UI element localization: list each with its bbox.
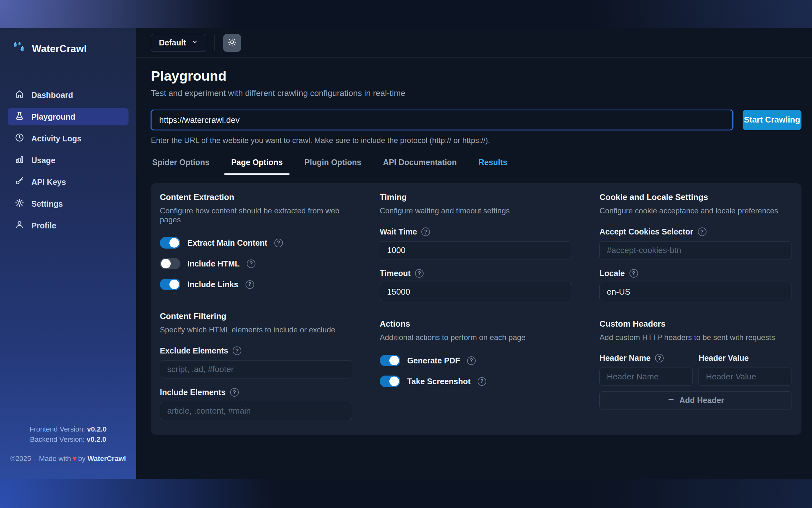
bar-chart-icon bbox=[15, 155, 24, 166]
sidebar-item-label: Settings bbox=[31, 199, 63, 209]
brand-name: WaterCrawl bbox=[32, 43, 87, 55]
sidebar-item-dashboard[interactable]: Dashboard bbox=[8, 86, 129, 103]
background-top-band bbox=[0, 0, 812, 28]
tabs: Spider Options Page Options Plugin Optio… bbox=[151, 158, 802, 174]
sidebar-item-api-keys[interactable]: API Keys bbox=[8, 173, 129, 190]
profile-selector-dropdown[interactable]: Default bbox=[151, 34, 206, 52]
section-subtitle: Configure cookie acceptance and locale p… bbox=[600, 206, 792, 215]
help-icon[interactable]: ? bbox=[655, 354, 664, 363]
toggle-take-screenshot: Take Screenshot ? bbox=[380, 375, 572, 388]
sidebar-item-label: API Keys bbox=[31, 177, 66, 187]
help-icon[interactable]: ? bbox=[698, 227, 707, 236]
sidebar-item-label: Dashboard bbox=[31, 90, 73, 100]
help-icon[interactable]: ? bbox=[274, 239, 283, 247]
section-title-content-filtering: Content Filtering bbox=[160, 311, 352, 321]
sidebar-item-usage[interactable]: Usage bbox=[8, 152, 129, 169]
sidebar-item-profile[interactable]: Profile bbox=[8, 217, 129, 234]
water-drops-logo bbox=[12, 41, 27, 57]
section-subtitle: Add custom HTTP headers to be sent with … bbox=[600, 333, 792, 342]
home-icon bbox=[15, 89, 24, 101]
include-elements-input[interactable] bbox=[160, 402, 352, 420]
section-title-timing: Timing bbox=[380, 192, 572, 202]
wait-time-label: Wait Time ? bbox=[380, 227, 572, 237]
tab-results[interactable]: Results bbox=[477, 158, 509, 174]
section-title-custom-headers: Custom Headers bbox=[600, 319, 792, 329]
toggle-include-html: Include HTML ? bbox=[160, 257, 352, 270]
help-icon[interactable]: ? bbox=[233, 346, 241, 355]
section-subtitle: Configure how content should be extracte… bbox=[160, 206, 352, 224]
frontend-version: Frontend Version: v0.2.0 bbox=[6, 424, 130, 434]
help-icon[interactable]: ? bbox=[467, 356, 476, 365]
theme-toggle-button[interactable] bbox=[223, 34, 241, 52]
help-icon[interactable]: ? bbox=[245, 280, 254, 289]
add-header-button[interactable]: Add Header bbox=[600, 391, 792, 410]
exclude-elements-input[interactable] bbox=[160, 360, 352, 378]
help-icon[interactable]: ? bbox=[478, 377, 486, 386]
toggle-switch[interactable] bbox=[160, 279, 180, 290]
timeout-input[interactable] bbox=[380, 283, 572, 301]
clock-icon bbox=[15, 133, 24, 144]
tab-plugin-options[interactable]: Plugin Options bbox=[303, 158, 363, 174]
toggle-include-links: Include Links ? bbox=[160, 278, 352, 291]
column-content: Content Extraction Configure how content… bbox=[160, 192, 352, 420]
backend-version: Backend Version: v0.2.0 bbox=[6, 434, 130, 444]
help-icon[interactable]: ? bbox=[421, 227, 430, 236]
url-row: Start Crawling bbox=[151, 110, 802, 130]
toggle-generate-pdf: Generate PDF ? bbox=[380, 354, 572, 367]
toggle-switch[interactable] bbox=[160, 237, 180, 249]
tab-api-documentation[interactable]: API Documentation bbox=[382, 158, 458, 174]
content: Playground Test and experiment with diff… bbox=[136, 57, 812, 435]
help-icon[interactable]: ? bbox=[247, 259, 255, 268]
sidebar-item-label: Usage bbox=[31, 156, 55, 165]
include-elements-label: Include Elements ? bbox=[160, 388, 352, 397]
sun-icon bbox=[228, 38, 237, 48]
sidebar-item-label: Activity Logs bbox=[31, 134, 82, 143]
section-title-actions: Actions bbox=[380, 319, 572, 329]
section-subtitle: Configure waiting and timeout settings bbox=[380, 206, 572, 215]
header-name-input[interactable] bbox=[600, 368, 693, 386]
url-input[interactable] bbox=[151, 110, 733, 130]
copyright: ©2025 – Made with♥by WaterCrawl bbox=[6, 453, 130, 464]
toggle-switch[interactable] bbox=[380, 376, 400, 387]
topbar-divider bbox=[214, 35, 215, 51]
section-title-content-extraction: Content Extraction bbox=[160, 192, 352, 202]
toggle-switch[interactable] bbox=[160, 258, 180, 269]
section-title-cookie-locale: Cookie and Locale Settings bbox=[600, 192, 792, 202]
app-window: WaterCrawl Dashboard Playground bbox=[0, 28, 812, 479]
person-icon bbox=[15, 220, 24, 231]
sidebar: WaterCrawl Dashboard Playground bbox=[0, 28, 136, 479]
help-icon[interactable]: ? bbox=[629, 269, 638, 278]
wait-time-input[interactable] bbox=[380, 241, 572, 259]
viewport: WaterCrawl Dashboard Playground bbox=[0, 0, 812, 508]
accept-cookies-selector-input[interactable] bbox=[600, 241, 792, 259]
sidebar-item-settings[interactable]: Settings bbox=[8, 195, 129, 212]
header-value-input[interactable] bbox=[699, 368, 792, 386]
url-help-text: Enter the URL of the website you want to… bbox=[151, 136, 802, 145]
page-options-panel: Content Extraction Configure how content… bbox=[151, 183, 802, 435]
sidebar-item-playground[interactable]: Playground bbox=[8, 108, 129, 125]
locale-input[interactable] bbox=[600, 283, 792, 301]
sidebar-footer: Frontend Version: v0.2.0 Backend Version… bbox=[0, 424, 136, 479]
actions-toggles: Generate PDF ? Take Screenshot ? bbox=[380, 354, 572, 388]
tab-spider-options[interactable]: Spider Options bbox=[151, 158, 211, 174]
toggle-switch[interactable] bbox=[380, 355, 400, 366]
page-title: Playground bbox=[151, 68, 802, 84]
help-icon[interactable]: ? bbox=[415, 269, 424, 278]
toggle-extract-main-content: Extract Main Content ? bbox=[160, 237, 352, 249]
column-timing: Timing Configure waiting and timeout set… bbox=[380, 192, 572, 420]
background-bottom-band bbox=[0, 479, 812, 508]
header-value-label: Header Value bbox=[699, 353, 792, 363]
header-name-label: Header Name ? bbox=[600, 353, 693, 363]
sidebar-item-activity-logs[interactable]: Activity Logs bbox=[8, 130, 129, 147]
plus-icon bbox=[667, 396, 675, 405]
exclude-elements-label: Exclude Elements ? bbox=[160, 346, 352, 355]
key-icon bbox=[15, 176, 24, 188]
page-subtitle: Test and experiment with different crawl… bbox=[151, 88, 802, 98]
start-crawling-button[interactable]: Start Crawling bbox=[743, 110, 802, 130]
timeout-label: Timeout ? bbox=[380, 269, 572, 278]
sidebar-nav: Dashboard Playground Activity Logs bbox=[0, 86, 136, 234]
chevron-down-icon bbox=[191, 38, 198, 47]
tab-page-options[interactable]: Page Options bbox=[230, 158, 284, 174]
help-icon[interactable]: ? bbox=[230, 388, 239, 397]
sidebar-item-label: Playground bbox=[31, 112, 76, 122]
